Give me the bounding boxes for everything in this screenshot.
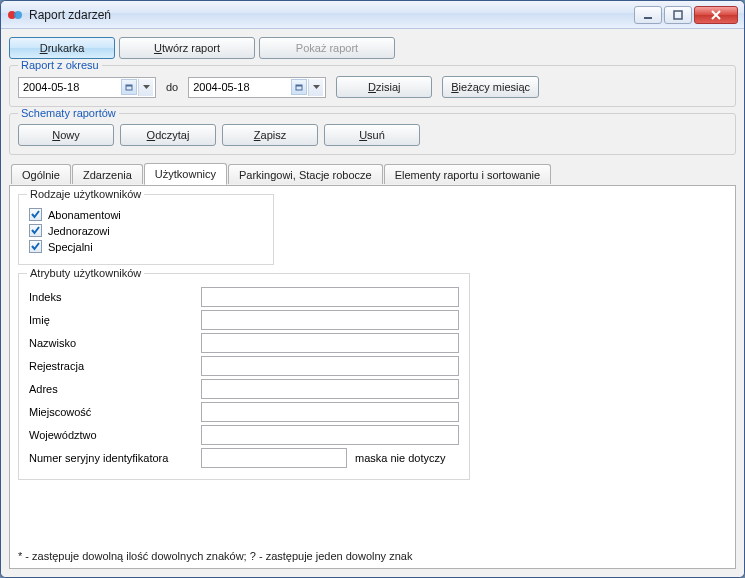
current-month-button[interactable]: Bieżący miesiąc — [442, 76, 539, 98]
input-address[interactable] — [201, 379, 459, 399]
label-address: Adres — [29, 383, 201, 395]
date-from-value: 2004-05-18 — [23, 81, 119, 93]
calendar-icon[interactable] — [291, 79, 307, 95]
show-report-button[interactable]: Pokaż raport — [259, 37, 395, 59]
schemas-legend: Schematy raportów — [18, 107, 119, 119]
label-registration: Rejestracja — [29, 360, 201, 372]
read-button[interactable]: Odczytaj — [120, 124, 216, 146]
checkbox-label: Abonamentowi — [48, 209, 121, 221]
today-button[interactable]: Dzisiaj — [336, 76, 432, 98]
new-button[interactable]: Nowy — [18, 124, 114, 146]
footnote: * - zastępuje dowolną ilość dowolnych zn… — [18, 550, 412, 562]
window-buttons — [634, 6, 738, 24]
checkbox-label: Specjalni — [48, 241, 93, 253]
checkbox-onetime[interactable] — [29, 224, 42, 237]
tabstrip: Ogólnie Zdarzenia Użytkownicy Parkingowi… — [9, 163, 736, 185]
svg-rect-3 — [674, 11, 682, 19]
svg-rect-5 — [126, 85, 132, 87]
window: Raport zdarzeń Drukarka Utwórz raport Po… — [0, 0, 745, 578]
close-button[interactable] — [694, 6, 738, 24]
user-attrs-group: Atrybuty użytkowników Indeks Imię Nazwis… — [18, 273, 470, 480]
chevron-down-icon[interactable] — [308, 79, 323, 96]
create-report-button[interactable]: Utwórz raport — [119, 37, 255, 59]
input-region[interactable] — [201, 425, 459, 445]
user-types-group: Rodzaje użytkowników Abonamentowi Jednor… — [18, 194, 274, 265]
checkbox-subscription[interactable] — [29, 208, 42, 221]
input-serial[interactable] — [201, 448, 347, 468]
print-button[interactable]: Drukarka — [9, 37, 115, 59]
tab-events[interactable]: Zdarzenia — [72, 164, 143, 184]
maximize-button[interactable] — [664, 6, 692, 24]
label-firstname: Imię — [29, 314, 201, 326]
input-index[interactable] — [201, 287, 459, 307]
user-attrs-legend: Atrybuty użytkowników — [27, 267, 144, 279]
tab-elements-sorting[interactable]: Elementy raportu i sortowanie — [384, 164, 552, 184]
input-city[interactable] — [201, 402, 459, 422]
svg-rect-2 — [644, 17, 652, 19]
date-from-picker[interactable]: 2004-05-18 — [18, 77, 156, 98]
label-lastname: Nazwisko — [29, 337, 201, 349]
date-to-picker[interactable]: 2004-05-18 — [188, 77, 326, 98]
svg-rect-7 — [296, 85, 302, 87]
mask-note: maska nie dotyczy — [355, 452, 445, 464]
app-icon — [7, 7, 23, 23]
label-serial: Numer seryjny identyfikatora — [29, 452, 201, 464]
label-region: Województwo — [29, 429, 201, 441]
input-firstname[interactable] — [201, 310, 459, 330]
schemas-group: Schematy raportów Nowy Odczytaj Zapisz U… — [9, 113, 736, 155]
minimize-button[interactable] — [634, 6, 662, 24]
period-legend: Raport z okresu — [18, 59, 102, 71]
window-title: Raport zdarzeń — [29, 8, 634, 22]
to-label: do — [166, 81, 178, 93]
titlebar[interactable]: Raport zdarzeń — [1, 1, 744, 29]
tab-users[interactable]: Użytkownicy — [144, 163, 227, 185]
user-types-legend: Rodzaje użytkowników — [27, 188, 144, 200]
input-registration[interactable] — [201, 356, 459, 376]
checkbox-label: Jednorazowi — [48, 225, 110, 237]
delete-button[interactable]: Usuń — [324, 124, 420, 146]
svg-point-1 — [14, 11, 22, 19]
save-button[interactable]: Zapisz — [222, 124, 318, 146]
tabpanel-users: Rodzaje użytkowników Abonamentowi Jednor… — [9, 185, 736, 569]
calendar-icon[interactable] — [121, 79, 137, 95]
tab-general[interactable]: Ogólnie — [11, 164, 71, 184]
period-group: Raport z okresu 2004-05-18 do 2004-05-18… — [9, 65, 736, 107]
toolbar: Drukarka Utwórz raport Pokaż raport — [9, 37, 736, 59]
date-to-value: 2004-05-18 — [193, 81, 289, 93]
label-city: Miejscowość — [29, 406, 201, 418]
checkbox-special[interactable] — [29, 240, 42, 253]
tab-parking-stations[interactable]: Parkingowi, Stacje robocze — [228, 164, 383, 184]
label-index: Indeks — [29, 291, 201, 303]
input-lastname[interactable] — [201, 333, 459, 353]
chevron-down-icon[interactable] — [138, 79, 153, 96]
client-area: Drukarka Utwórz raport Pokaż raport Rapo… — [1, 29, 744, 577]
